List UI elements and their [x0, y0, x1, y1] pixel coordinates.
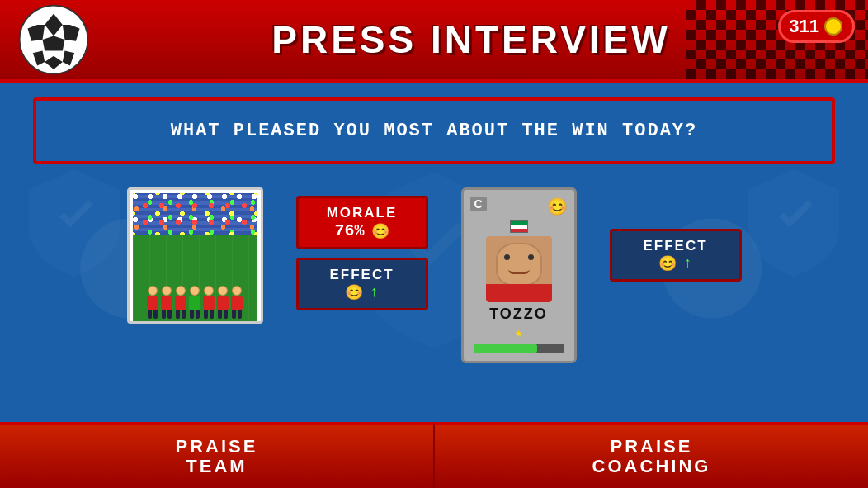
- pixel-player: [147, 286, 158, 319]
- team-stats-section: MORALE 76% 😊 EFFECT 😊 ↑: [296, 187, 428, 310]
- player-position: C: [470, 197, 487, 211]
- player-head: [190, 286, 200, 296]
- player-happy-icon: 😊: [547, 197, 568, 217]
- morale-value: 76% 😊: [315, 221, 409, 240]
- flag-red: [511, 229, 527, 232]
- player-head: [148, 286, 158, 296]
- pixel-player: [231, 286, 243, 319]
- praise-coaching-button[interactable]: PRAISE COACHING: [433, 422, 868, 488]
- player-head: [232, 286, 242, 296]
- player-card-top: C 😊: [470, 197, 568, 217]
- header-title-wrap: PRESS INTERVIEW: [91, 17, 851, 62]
- player-name: TOZZO: [470, 306, 568, 323]
- player-legs: [190, 310, 200, 319]
- player-bar: [474, 344, 537, 353]
- pixel-player-keeper: [189, 286, 200, 319]
- player-head: [176, 286, 186, 296]
- soccer-ball-icon: [17, 2, 91, 77]
- player-card: C 😊 TOZZO ★: [461, 187, 577, 363]
- player-face: [496, 243, 542, 286]
- team-effect-emoji: 😊: [345, 283, 363, 301]
- player-body: [161, 296, 172, 310]
- team-effect-arrow: ↑: [370, 284, 379, 301]
- player-head: [204, 286, 214, 296]
- player-avatar: [486, 236, 552, 302]
- content-area: MORALE 76% 😊 EFFECT 😊 ↑ C 😊: [0, 179, 868, 372]
- morale-emoji: 😊: [371, 222, 389, 240]
- player-body: [217, 296, 229, 310]
- header-title: PRESS INTERVIEW: [271, 17, 670, 62]
- player-body: [189, 296, 200, 310]
- player-eye-left: [504, 254, 510, 260]
- header-bar: PRESS INTERVIEW: [0, 0, 868, 83]
- player-body: [231, 296, 243, 310]
- morale-percent: 76%: [334, 221, 364, 240]
- player-effect-section: EFFECT 😊 ↑: [610, 187, 742, 282]
- morale-box: MORALE 76% 😊: [296, 196, 428, 249]
- player-flag-italy: [510, 220, 528, 233]
- player-legs: [148, 310, 158, 319]
- player-effect-box: EFFECT 😊 ↑: [610, 229, 742, 282]
- player-legs: [176, 310, 186, 319]
- coin-icon: [824, 17, 842, 36]
- player-bar-wrap: [474, 344, 564, 353]
- question-box: WHAT PLEASED YOU MOST ABOUT THE WIN TODA…: [33, 97, 835, 164]
- pixel-player: [175, 286, 186, 319]
- player-legs: [204, 310, 214, 319]
- player-eye-right: [528, 254, 534, 260]
- pixel-player: [217, 286, 229, 319]
- player-head: [218, 286, 228, 296]
- coin-count: 311: [789, 16, 819, 37]
- player-legs: [162, 310, 172, 319]
- player-legs: [232, 310, 242, 319]
- pitch-area: [133, 235, 257, 324]
- player-body: [175, 296, 186, 310]
- team-photo: [133, 193, 257, 318]
- bottom-buttons: PRAISE TEAM PRAISE COACHING: [0, 422, 868, 488]
- player-body: [147, 296, 158, 310]
- morale-label: MORALE: [315, 205, 409, 221]
- team-photo-card: [127, 187, 263, 324]
- crowd-area: [133, 193, 257, 235]
- crowd-dots: [133, 193, 257, 235]
- player-stars: ★: [470, 325, 568, 341]
- team-effect-box: EFFECT 😊 ↑: [296, 258, 428, 310]
- player-effect-label: EFFECT: [629, 238, 723, 254]
- player-effect-value: 😊 ↑: [629, 254, 723, 272]
- player-body: [203, 296, 215, 310]
- players-row: [147, 286, 243, 319]
- praise-team-button[interactable]: PRAISE TEAM: [0, 422, 433, 488]
- pixel-player: [203, 286, 215, 319]
- pixel-player: [161, 286, 172, 319]
- player-mouth: [508, 269, 530, 274]
- player-effect-arrow: ↑: [683, 255, 692, 272]
- player-legs: [218, 310, 228, 319]
- player-shirt: [486, 284, 552, 302]
- team-effect-label: EFFECT: [315, 267, 409, 283]
- player-effect-emoji: 😊: [658, 254, 677, 272]
- team-effect-value: 😊 ↑: [315, 283, 409, 301]
- player-head: [162, 286, 172, 296]
- coin-display: 311: [778, 10, 855, 43]
- question-text: WHAT PLEASED YOU MOST ABOUT THE WIN TODA…: [61, 121, 807, 141]
